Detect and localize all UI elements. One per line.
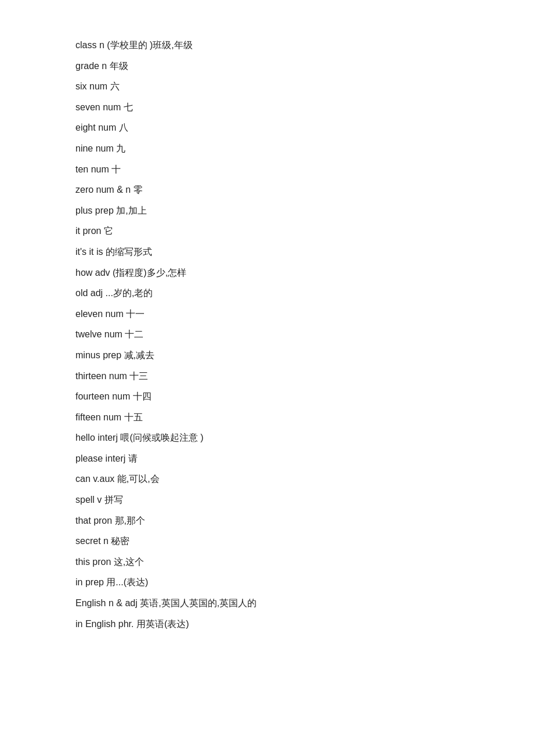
list-item: eight num 八 bbox=[75, 117, 459, 138]
list-item: nine num 九 bbox=[75, 138, 459, 159]
list-item: in English phr. 用英语(表达) bbox=[75, 614, 459, 635]
list-item: twelve num 十二 bbox=[75, 324, 459, 345]
list-item: old adj ...岁的,老的 bbox=[75, 283, 459, 304]
list-item: hello interj 喂(问候或唤起注意 ) bbox=[75, 427, 459, 448]
list-item: it pron 它 bbox=[75, 221, 459, 242]
list-item: this pron 这,这个 bbox=[75, 552, 459, 573]
list-item: English n & adj 英语,英国人英国的,英国人的 bbox=[75, 593, 459, 614]
list-item: class n (学校里的 )班级,年级 bbox=[75, 35, 459, 56]
list-item: fifteen num 十五 bbox=[75, 407, 459, 428]
list-item: that pron 那,那个 bbox=[75, 510, 459, 531]
list-item: secret n 秘密 bbox=[75, 531, 459, 552]
list-item: minus prep 减,减去 bbox=[75, 345, 459, 366]
list-item: zero num & n 零 bbox=[75, 179, 459, 200]
list-item: spell v 拼写 bbox=[75, 489, 459, 510]
list-item: seven num 七 bbox=[75, 97, 459, 118]
list-item: ten num 十 bbox=[75, 159, 459, 180]
list-item: grade n 年级 bbox=[75, 56, 459, 77]
list-item: plus prep 加,加上 bbox=[75, 200, 459, 221]
vocabulary-list: class n (学校里的 )班级,年级grade n 年级six num 六s… bbox=[75, 35, 459, 634]
list-item: thirteen num 十三 bbox=[75, 366, 459, 387]
list-item: it's it is 的缩写形式 bbox=[75, 242, 459, 262]
list-item: how adv (指程度)多少,怎样 bbox=[75, 262, 459, 283]
list-item: can v.aux 能,可以,会 bbox=[75, 469, 459, 489]
list-item: eleven num 十一 bbox=[75, 304, 459, 325]
list-item: please interj 请 bbox=[75, 448, 459, 469]
list-item: in prep 用...(表达) bbox=[75, 572, 459, 593]
list-item: six num 六 bbox=[75, 76, 459, 97]
list-item: fourteen num 十四 bbox=[75, 386, 459, 407]
